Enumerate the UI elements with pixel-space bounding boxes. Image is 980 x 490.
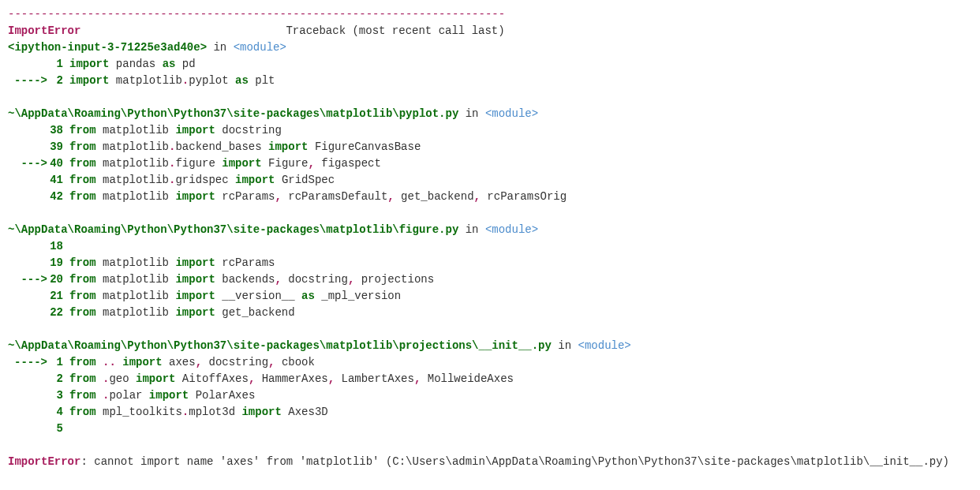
arrow-indicator — [8, 255, 47, 271]
token-name: plt — [249, 74, 275, 87]
line-number: 40 — [47, 155, 69, 172]
code-content: from .. import axes, docstring, cbook — [69, 354, 315, 371]
code-content: import matplotlib.pyplot as plt — [69, 73, 275, 89]
token-name: matplotlib — [96, 190, 176, 203]
token-name: axes — [163, 356, 196, 368]
token-name: docstring — [215, 124, 282, 137]
token-name: matplotlib — [96, 256, 176, 269]
arrow-indicator — [8, 139, 47, 155]
token-name: rcParams — [215, 190, 275, 203]
line-number: 3 — [47, 387, 69, 404]
token-kw: from — [69, 174, 96, 186]
code-content: from matplotlib import backends, docstri… — [69, 271, 434, 288]
code-content: from matplotlib import __version__ as _m… — [69, 288, 401, 305]
token-name: geo — [109, 372, 136, 385]
token-name — [96, 356, 103, 368]
frame-module: <module> — [578, 339, 631, 352]
token-name: polar — [109, 389, 148, 402]
blank-line — [8, 205, 972, 222]
arrow-indicator: ----> — [8, 73, 47, 89]
arrow-indicator — [8, 421, 47, 437]
token-name — [96, 372, 103, 385]
code-line: 21from matplotlib import __version__ as … — [8, 288, 972, 305]
final-error-message: cannot import name 'axes' from 'matplotl… — [94, 455, 949, 468]
token-kw: from — [69, 290, 96, 302]
code-line: 39from matplotlib.backend_bases import F… — [8, 139, 972, 155]
frame-in: in — [458, 107, 485, 120]
blank-line — [8, 321, 972, 338]
final-error-colon: : — [80, 455, 94, 468]
frame-path: ~\AppData\Roaming\Python\Python37\site-p… — [8, 339, 552, 352]
token-name: get_backend — [395, 190, 474, 203]
token-kw: from — [69, 124, 96, 137]
token-name: matplotlib — [96, 174, 169, 186]
token-kw: from — [69, 256, 96, 269]
error-name: ImportError — [8, 23, 80, 39]
token-op: , — [328, 372, 335, 385]
code-content: from matplotlib import rcParams, rcParam… — [69, 189, 567, 205]
token-name: matplotlib — [96, 140, 169, 153]
frame-in: in — [552, 339, 578, 352]
token-name: GridSpec — [275, 174, 335, 186]
token-kw: import — [175, 290, 215, 302]
code-line: 3from .polar import PolarAxes — [8, 387, 972, 404]
code-line: 5 — [8, 421, 972, 437]
token-kw: from — [69, 190, 96, 203]
token-kw: from — [69, 306, 96, 319]
token-op: , — [474, 190, 481, 203]
line-number: 42 — [47, 189, 69, 205]
token-name: matplotlib — [96, 124, 176, 137]
token-op: , — [275, 190, 281, 203]
token-name: get_backend — [215, 306, 295, 319]
final-error-name: ImportError — [8, 455, 80, 468]
token-kw: import — [122, 356, 162, 368]
arrow-indicator — [8, 305, 47, 321]
line-number: 2 — [47, 73, 69, 89]
token-name: FigureCanvasBase — [308, 140, 421, 153]
token-name: cbook — [275, 356, 315, 368]
token-name: pyplot — [189, 74, 235, 87]
token-name: HammerAxes — [255, 372, 327, 385]
final-error-line: ImportError: cannot import name 'axes' f… — [8, 454, 972, 470]
token-op: , — [275, 273, 281, 286]
token-kw: as — [163, 58, 176, 70]
code-line: ---> 40from matplotlib.figure import Fig… — [8, 155, 972, 172]
token-op: , — [387, 190, 394, 203]
token-name — [116, 356, 122, 368]
token-name: rcParamsOrig — [481, 190, 567, 203]
arrow-indicator — [8, 387, 47, 404]
token-name: gridspec — [175, 174, 235, 186]
token-name: __version__ — [215, 290, 301, 302]
token-name: matplotlib — [96, 273, 176, 286]
blank-line — [8, 89, 972, 106]
token-kw: from — [69, 406, 96, 418]
line-number: 21 — [47, 288, 69, 305]
token-kw: import — [149, 389, 189, 402]
arrow-indicator — [8, 288, 47, 305]
token-kw: import — [175, 190, 215, 203]
token-op: .. — [103, 356, 116, 368]
arrow-indicator — [8, 371, 47, 387]
token-kw: import — [69, 58, 109, 70]
token-kw: as — [301, 290, 315, 302]
line-number: 1 — [47, 56, 69, 73]
token-name: AitoffAxes — [175, 372, 248, 385]
token-kw: from — [69, 157, 96, 170]
token-kw: from — [69, 389, 96, 402]
arrow-indicator — [8, 122, 47, 139]
token-op: , — [268, 356, 275, 368]
token-name: matplotlib — [96, 290, 176, 302]
token-kw: import — [268, 140, 308, 153]
line-number: 39 — [47, 139, 69, 155]
token-kw: import — [136, 372, 175, 385]
token-name: mpl_toolkits — [96, 406, 182, 418]
frame-module: <module> — [485, 107, 538, 120]
code-line: ---> 20from matplotlib import backends, … — [8, 271, 972, 288]
code-line: 19from matplotlib import rcParams — [8, 255, 972, 271]
line-number: 1 — [47, 354, 69, 371]
frame-path: <ipython-input-3-71225e3ad40e> — [8, 41, 207, 54]
code-line: 4from mpl_toolkits.mplot3d import Axes3D — [8, 404, 972, 421]
token-name: matplotlib — [96, 157, 169, 170]
arrow-indicator — [8, 56, 47, 73]
token-kw: import — [175, 256, 215, 269]
